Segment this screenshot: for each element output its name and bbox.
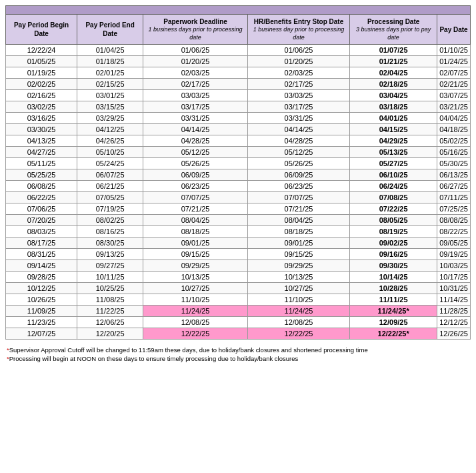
cell-17-1: 08/30/25 (77, 238, 143, 249)
cell-4-2: 03/03/25 (143, 90, 248, 101)
table-row: 12/07/2512/20/2512/22/2512/22/2512/22/25… (6, 328, 471, 340)
cell-19-2: 09/29/25 (143, 260, 248, 272)
cell-14-3: 07/21/25 (247, 203, 349, 215)
cell-6-5: 04/04/25 (437, 113, 471, 124)
cell-20-2: 10/13/25 (143, 272, 248, 283)
cell-0-1: 01/04/25 (77, 45, 143, 56)
header-cell-2: Paperwork Deadline1 business days prior … (143, 15, 248, 45)
table-row: 05/11/2505/24/2505/26/2505/26/2505/27/25… (6, 158, 471, 169)
table-row: 01/19/2502/01/2502/03/2502/03/2502/04/25… (6, 67, 471, 79)
cell-9-0: 04/27/25 (6, 147, 77, 158)
cell-22-1: 11/08/25 (77, 294, 143, 306)
cell-14-5: 07/25/25 (437, 203, 471, 215)
cell-20-5: 10/17/25 (437, 272, 471, 283)
cell-23-5: 11/28/25 (437, 306, 471, 317)
cell-10-1: 05/24/25 (77, 158, 143, 169)
footer-area: *Supervisor Approval Cutoff will be chan… (5, 342, 471, 366)
table-row: 03/02/2503/15/2503/17/2503/17/2503/18/25… (6, 101, 471, 113)
cell-20-0: 09/28/25 (6, 272, 77, 283)
cell-25-4: 12/22/25* (350, 328, 437, 340)
cell-20-3: 10/13/25 (247, 272, 349, 283)
table-row: 09/14/2509/27/2509/29/2509/29/2509/30/25… (6, 260, 471, 272)
cell-12-0: 06/08/25 (6, 181, 77, 192)
cell-13-5: 07/11/25 (437, 192, 471, 203)
cell-15-0: 07/20/25 (6, 215, 77, 226)
table-row: 01/05/2501/18/2501/20/2501/20/2501/21/25… (6, 56, 471, 67)
table-row: 05/25/2506/07/2506/09/2506/09/2506/10/25… (6, 169, 471, 181)
cell-5-3: 03/17/25 (247, 101, 349, 113)
table-row: 08/31/2509/13/2509/15/2509/15/2509/16/25… (6, 249, 471, 260)
cell-7-5: 04/18/25 (437, 124, 471, 135)
cell-1-5: 01/24/25 (437, 56, 471, 67)
cell-21-5: 10/31/25 (437, 283, 471, 294)
cell-14-4: 07/22/25 (350, 203, 437, 215)
cell-24-2: 12/08/25 (143, 317, 248, 328)
cell-1-0: 01/05/25 (6, 56, 77, 67)
cell-22-5: 11/14/25 (437, 294, 471, 306)
table-title (6, 6, 471, 15)
cell-8-4: 04/29/25 (350, 135, 437, 147)
cell-25-1: 12/20/25 (77, 328, 143, 340)
table-row: 03/16/2503/29/2503/31/2503/31/2504/01/25… (6, 113, 471, 124)
cell-25-0: 12/07/25 (6, 328, 77, 340)
header-row: Pay Period Begin DatePay Period End Date… (6, 15, 471, 45)
cell-11-5: 06/13/25 (437, 169, 471, 181)
cell-8-1: 04/26/25 (77, 135, 143, 147)
table-row: 12/22/2401/04/2501/06/2501/06/2501/07/25… (6, 45, 471, 56)
header-cell-0: Pay Period Begin Date (6, 15, 77, 45)
cell-14-0: 07/06/25 (6, 203, 77, 215)
cell-24-0: 11/23/25 (6, 317, 77, 328)
cell-21-4: 10/28/25 (350, 283, 437, 294)
footer-text-2: Processing will begin at NOON on these d… (9, 355, 299, 362)
cell-11-0: 05/25/25 (6, 169, 77, 181)
cell-21-3: 10/27/25 (247, 283, 349, 294)
header-cell-5: Pay Date (437, 15, 471, 45)
header-cell-3: HR/Benefits Entry Stop Date1 business da… (247, 15, 349, 45)
cell-15-2: 08/04/25 (143, 215, 248, 226)
cell-1-4: 01/21/25 (350, 56, 437, 67)
cell-4-3: 03/03/25 (247, 90, 349, 101)
cell-5-0: 03/02/25 (6, 101, 77, 113)
cell-23-2: 11/24/25 (143, 306, 248, 317)
cell-17-3: 09/01/25 (247, 238, 349, 249)
cell-6-1: 03/29/25 (77, 113, 143, 124)
table-row: 04/13/2504/26/2504/28/2504/28/2504/29/25… (6, 135, 471, 147)
cell-20-1: 10/11/25 (77, 272, 143, 283)
cell-20-4: 10/14/25 (350, 272, 437, 283)
cell-8-0: 04/13/25 (6, 135, 77, 147)
cell-25-3: 12/22/25 (247, 328, 349, 340)
cell-10-0: 05/11/25 (6, 158, 77, 169)
cell-6-4: 04/01/25 (350, 113, 437, 124)
cell-13-1: 07/05/25 (77, 192, 143, 203)
cell-23-4: 11/24/25* (350, 306, 437, 317)
cell-2-2: 02/03/25 (143, 67, 248, 79)
cell-24-1: 12/06/25 (77, 317, 143, 328)
cell-11-1: 06/07/25 (77, 169, 143, 181)
table-row: 06/08/2506/21/2506/23/2506/23/2506/24/25… (6, 181, 471, 192)
cell-9-2: 05/12/25 (143, 147, 248, 158)
cell-6-3: 03/31/25 (247, 113, 349, 124)
page-wrapper: Pay Period Begin DatePay Period End Date… (0, 0, 476, 372)
table-body: 12/22/2401/04/2501/06/2501/06/2501/07/25… (6, 45, 471, 340)
header-cell-1: Pay Period End Date (77, 15, 143, 45)
cell-21-0: 10/12/25 (6, 283, 77, 294)
cell-4-5: 03/07/25 (437, 90, 471, 101)
cell-17-4: 09/02/25 (350, 238, 437, 249)
table-row: 11/09/2511/22/2511/24/2511/24/2511/24/25… (6, 306, 471, 317)
cell-2-0: 01/19/25 (6, 67, 77, 79)
table-row: 11/23/2512/06/2512/08/2512/08/2512/09/25… (6, 317, 471, 328)
footer-note-1: *Supervisor Approval Cutoff will be chan… (7, 346, 469, 354)
cell-13-3: 07/07/25 (247, 192, 349, 203)
cell-9-1: 05/10/25 (77, 147, 143, 158)
cell-7-1: 04/12/25 (77, 124, 143, 135)
cell-0-0: 12/22/24 (6, 45, 77, 56)
cell-23-1: 11/22/25 (77, 306, 143, 317)
cell-4-0: 02/16/25 (6, 90, 77, 101)
cell-0-4: 01/07/25 (350, 45, 437, 56)
cell-5-1: 03/15/25 (77, 101, 143, 113)
cell-22-2: 11/10/25 (143, 294, 248, 306)
table-row: 07/20/2508/02/2508/04/2508/04/2508/05/25… (6, 215, 471, 226)
cell-6-0: 03/16/25 (6, 113, 77, 124)
cell-10-2: 05/26/25 (143, 158, 248, 169)
cell-8-5: 05/02/25 (437, 135, 471, 147)
